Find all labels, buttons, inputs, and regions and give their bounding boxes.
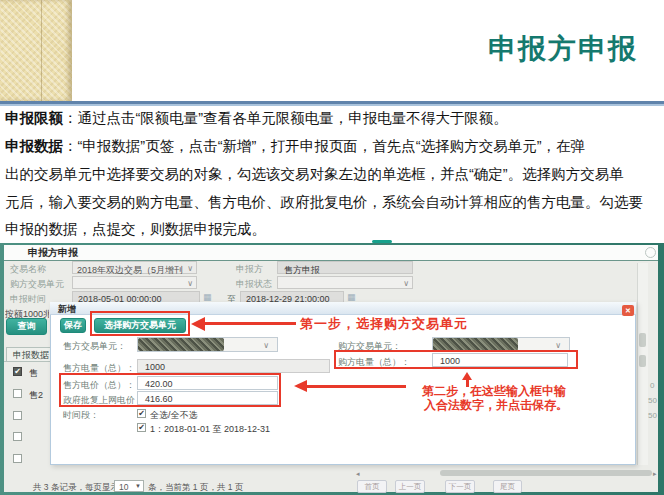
step2-annotation-line2: 入合法数字，并点击保存。 <box>424 397 568 414</box>
body-lead: 申报限额 <box>5 110 63 126</box>
step1-arrow-line <box>204 322 296 325</box>
vertical-scrollbar-thumb[interactable] <box>639 333 646 347</box>
list-item: 售2 <box>29 389 49 402</box>
window-circle-icon[interactable] <box>645 247 656 258</box>
seller-qty-field[interactable]: 1000 <box>137 359 330 373</box>
page-size-select[interactable]: 10 ▼ <box>114 480 144 492</box>
records-summary-prefix: 共 3 条记录，每页显示 <box>33 482 119 494</box>
calendar-icon[interactable]: ▦ <box>203 292 212 302</box>
body-lead: 申报数据 <box>5 138 63 154</box>
app-titlebar <box>4 245 658 261</box>
pagination-prev-button[interactable]: 上一页 <box>395 480 425 493</box>
tab-declare-data[interactable]: 申报数据 <box>6 347 56 362</box>
sidebar-accent-line <box>41 0 42 101</box>
step2-highlight-box-left <box>59 373 281 407</box>
body-text: 元后，输入要交易的购方电量、售方电价、政府批复电价，系统会自动计算相应的售方电量… <box>5 194 643 210</box>
chevron-down-icon: ∨ <box>187 265 193 273</box>
pagination-next-button[interactable]: 下一页 <box>445 480 475 493</box>
chevron-down-icon: ∨ <box>403 280 409 288</box>
select-all-label: 全选/全不选 <box>150 409 198 422</box>
trade-name-label: 交易名称 <box>10 263 46 276</box>
period-checkbox[interactable]: ✔ <box>137 423 146 432</box>
chevron-down-icon: ∨ <box>263 342 269 350</box>
pagination-last-button[interactable]: 尾页 <box>493 480 522 493</box>
scroll-right-icon[interactable]: ▸ <box>653 470 657 478</box>
table-peek-value: 50 <box>648 396 657 405</box>
trade-name-select[interactable]: 2018年双边交易（5月增刊发电… ∨ <box>72 261 197 274</box>
step2-highlight-box-right <box>334 350 578 369</box>
row-checkbox[interactable] <box>13 389 22 398</box>
app-title: 申报方申报 <box>28 246 78 260</box>
pagination-first-button[interactable]: 首页 <box>357 480 387 493</box>
table-peek-value: 0 <box>650 381 654 390</box>
save-button[interactable]: 保存 <box>60 318 86 333</box>
select-all-checkbox[interactable]: ✔ <box>137 409 146 418</box>
body-line: 出的交易单元中选择要交易的对象，勾选该交易对象左边的单选框，并点“确定”。选择购… <box>5 160 660 188</box>
chevron-down-icon: ∨ <box>187 280 193 288</box>
body-line: 申报的数据，点提交，则数据申报完成。 <box>5 215 660 243</box>
scroll-left-icon[interactable]: ◂ <box>356 470 360 478</box>
declarer-field[interactable]: 售方申报 <box>277 261 413 274</box>
slide: 申报方申报 申报限额：通过点击“限额电量”查看各单元限额电量，申报电量不得大于限… <box>0 0 664 495</box>
close-icon[interactable]: ✕ <box>622 305 634 316</box>
step1-arrow-icon <box>191 317 205 331</box>
step1-highlight-box <box>90 311 190 336</box>
step1-annotation: 第一步，选择购方交易单元 <box>300 315 468 333</box>
redacted-seller-unit <box>138 338 224 351</box>
row-checkbox[interactable] <box>13 411 22 420</box>
query-button[interactable]: 查询 <box>6 318 47 335</box>
status-label: 申报状态 <box>236 278 272 291</box>
body-text: 申报的数据，点提交，则数据申报完成。 <box>5 221 266 237</box>
table-peek-value: 50 <box>648 411 657 420</box>
period-item-label: 1：2018-01-01 至 2018-12-31 <box>150 423 270 436</box>
list-item: 售 <box>29 367 49 380</box>
calendar-icon[interactable]: ▦ <box>347 292 356 302</box>
page-title: 申报方申报 <box>488 30 638 68</box>
body-text: ：“申报数据”页签，点击“新增”，打开申报页面，首先点“选择购方交易单元”，在弹 <box>63 138 585 154</box>
body-line: 元后，输入要交易的购方电量、售方电价、政府批复电价，系统会自动计算相应的售方电量… <box>5 188 660 216</box>
declarer-label: 申报方 <box>236 263 263 276</box>
tab-underline <box>4 361 50 362</box>
seller-qty-value: 1000 <box>145 362 165 372</box>
horizontal-scrollbar-thumb[interactable] <box>440 470 652 476</box>
vertical-scrollbar-thumb[interactable] <box>639 355 646 367</box>
chevron-down-icon: ∨ <box>555 342 561 350</box>
period-label: 时间段： <box>63 409 99 422</box>
time-label: 申报时间 <box>10 293 46 306</box>
body-text: 出的交易单元中选择要交易的对象，勾选该交易对象左边的单选框，并点“确定”。选择购… <box>5 166 624 182</box>
buyer-unit-label: 购方交易单元 <box>10 278 64 291</box>
status-select[interactable]: ∨ <box>277 276 413 289</box>
records-summary-suffix: 条，当前第 1 页，共 1 页 <box>148 482 243 494</box>
row-checkbox[interactable]: ✔ <box>13 367 22 376</box>
sidebar-decoration <box>0 0 72 101</box>
dialog-title: 新增 <box>58 303 76 316</box>
buyer-unit-select[interactable]: ∨ <box>72 276 197 289</box>
body-line: 申报数据：“申报数据”页签，点击“新增”，打开申报页面，首先点“选择购方交易单元… <box>5 132 660 160</box>
step2-arrow-line <box>306 385 406 388</box>
seller-unit-label: 售方交易单元： <box>63 340 126 353</box>
body-text: ：通过点击“限额电量”查看各单元限额电量，申报电量不得大于限额。 <box>63 110 508 126</box>
select-caret-icon: ▼ <box>135 483 141 489</box>
body-line: 申报限额：通过点击“限额电量”查看各单元限额电量，申报电量不得大于限额。 <box>5 104 660 132</box>
row-checkbox[interactable] <box>13 454 22 463</box>
row-checkbox[interactable] <box>13 432 22 441</box>
page-size-value: 10 <box>119 482 128 492</box>
pen-mark-decoration <box>372 240 392 243</box>
